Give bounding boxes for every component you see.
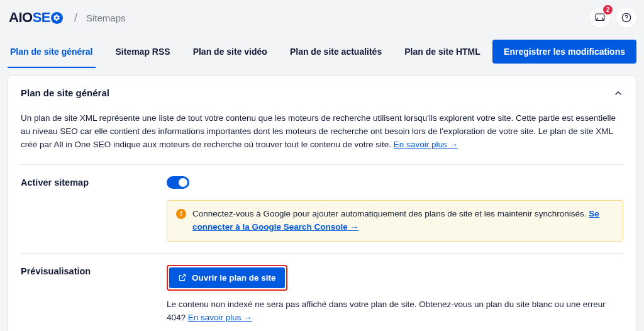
tab-rss-sitemap[interactable]: Sitemap RSS <box>113 35 173 68</box>
enable-sitemap-toggle[interactable] <box>167 176 189 189</box>
panel-body: Un plan de site XML représente une liste… <box>8 109 636 331</box>
notifications-button[interactable]: 2 <box>590 8 610 28</box>
breadcrumb-page: Sitemaps <box>86 13 126 23</box>
open-sitemap-highlight: Ouvrir le plan de site <box>167 265 287 291</box>
page-header: AIOSE / Sitemaps 2 <box>0 0 644 35</box>
breadcrumb: AIOSE / Sitemaps <box>9 9 126 26</box>
preview-label: Prévisualisation <box>21 265 167 276</box>
notice-text: Connectez-vous à Google pour ajouter aut… <box>192 208 614 234</box>
logo: AIOSE <box>9 9 63 26</box>
enable-sitemap-row: Activer sitemap Connectez-vous à Google … <box>21 165 623 242</box>
enable-sitemap-content: Connectez-vous à Google pour ajouter aut… <box>167 176 623 242</box>
preview-content: Ouvrir le plan de site Le contenu non in… <box>167 265 623 325</box>
enable-sitemap-label: Activer sitemap <box>21 176 167 188</box>
breadcrumb-separator: / <box>74 11 77 25</box>
tab-general-sitemap[interactable]: Plan de site général <box>8 35 96 68</box>
svg-point-2 <box>626 20 627 20</box>
preview-row: Prévisualisation Ouvrir le plan de site … <box>21 254 623 325</box>
chevron-up-icon <box>613 88 623 98</box>
general-sitemap-panel: Plan de site général Un plan de site XML… <box>8 76 636 331</box>
tabs-bar: Plan de site général Sitemap RSS Plan de… <box>0 35 644 68</box>
header-actions: 2 <box>590 8 636 28</box>
logo-part-aio: AIO <box>9 9 33 26</box>
help-button[interactable] <box>616 8 636 28</box>
preview-description: Le contenu non indexé ne sera pas affich… <box>167 298 623 325</box>
toggle-knob <box>179 178 187 187</box>
external-link-icon <box>178 273 187 282</box>
google-connect-notice: Connectez-vous à Google pour ajouter aut… <box>167 200 623 242</box>
logo-part-seo: SE <box>33 9 63 26</box>
notification-badge: 2 <box>603 5 613 14</box>
gear-icon <box>51 12 63 24</box>
panel-toggle[interactable]: Plan de site général <box>8 76 636 109</box>
panel-title: Plan de site général <box>21 87 109 98</box>
learn-more-link[interactable]: En savoir plus → <box>394 140 458 149</box>
tabs: Plan de site général Sitemap RSS Plan de… <box>8 35 483 68</box>
warning-icon <box>176 209 186 219</box>
tab-html-sitemap[interactable]: Plan de site HTML <box>402 35 483 68</box>
save-button[interactable]: Enregistrer les modifications <box>492 40 636 64</box>
tab-video-sitemap[interactable]: Plan de site vidéo <box>191 35 270 68</box>
preview-learn-more-link[interactable]: En savoir plus → <box>188 313 252 322</box>
panel-description: Un plan de site XML représente une liste… <box>21 109 623 158</box>
open-sitemap-button[interactable]: Ouvrir le plan de site <box>169 267 285 288</box>
tab-news-sitemap[interactable]: Plan de site actualités <box>287 35 384 68</box>
